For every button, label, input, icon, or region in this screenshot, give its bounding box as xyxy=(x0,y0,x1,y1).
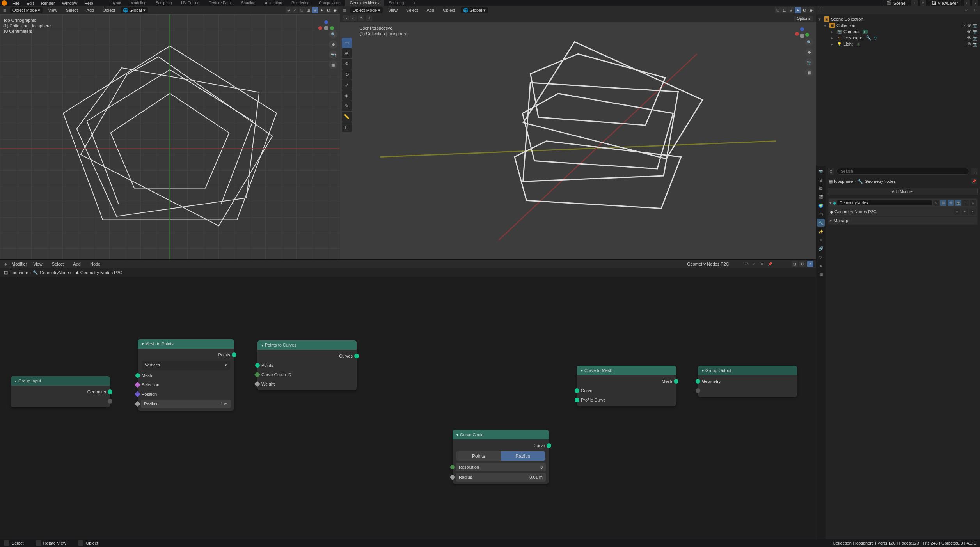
ws-uv[interactable]: UV Editing xyxy=(176,0,204,6)
tab-world[interactable]: 🌍 xyxy=(817,202,825,209)
tab-object[interactable]: ▢ xyxy=(817,210,825,218)
socket-in-curve[interactable] xyxy=(575,388,579,393)
editor-type-icon[interactable]: ▦ xyxy=(342,7,348,13)
scene-del-icon[interactable]: × xyxy=(920,0,926,6)
tab-physics[interactable]: ⚛ xyxy=(817,236,825,244)
checkbox-icon[interactable]: ☑ xyxy=(962,23,966,28)
tool-add-cube[interactable]: ◻ xyxy=(342,122,352,132)
orient-select-2[interactable]: 🌐 Global ▾ xyxy=(461,7,488,13)
node-points-to-curves[interactable]: ▾Points to Curves Curves Points Curve Gr… xyxy=(257,340,357,390)
shading-rendered-icon[interactable]: ◉ xyxy=(808,7,814,13)
viewport-left[interactable]: ▦ Object Mode ▾ View Select Add Object 🌐… xyxy=(0,6,340,259)
node-editor[interactable]: ◆ Modifier View Select Add Node Geometry… xyxy=(0,260,816,539)
shading-matprev-icon[interactable]: ◐ xyxy=(325,7,332,13)
manage-row[interactable]: ▸ Manage xyxy=(829,217,977,224)
sel-box-icon[interactable]: ▭ xyxy=(343,15,349,21)
camera-icon[interactable]: 📷 xyxy=(805,58,813,67)
nodegroup-name-field[interactable]: Geometry Nodes P2C xyxy=(687,262,742,266)
socket-in-position[interactable] xyxy=(135,391,141,397)
socket-in-selection[interactable] xyxy=(135,382,141,388)
ng-unlink-icon[interactable]: × xyxy=(759,261,765,267)
vp-add[interactable]: Add xyxy=(83,7,98,13)
socket-out-curve[interactable] xyxy=(547,443,551,448)
ng-pin-icon[interactable]: 📌 xyxy=(767,261,773,267)
socket-in-radius[interactable] xyxy=(135,401,141,407)
tab-material[interactable]: ● xyxy=(817,262,825,269)
pan-icon[interactable]: ✥ xyxy=(329,40,337,49)
tool-rotate[interactable]: ⟲ xyxy=(342,69,352,80)
socket-out-virtual[interactable] xyxy=(108,399,112,404)
mod-display-view-icon[interactable]: 👁 xyxy=(948,200,954,206)
vp2-add[interactable]: Add xyxy=(423,7,437,13)
render-icon[interactable]: 📷 xyxy=(972,23,978,28)
menu-edit[interactable]: Edit xyxy=(23,0,37,6)
node-canvas[interactable]: ▾Group Input Geometry ▾Mesh to Points Po… xyxy=(0,277,816,539)
chevron-down-icon[interactable]: ▾ xyxy=(829,200,832,205)
tree-collection[interactable]: ▾▣Collection☑👁📷 xyxy=(817,22,979,28)
camera-icon[interactable]: 📷 xyxy=(329,50,337,59)
tab-viewlayer[interactable]: 🖼 xyxy=(817,184,825,192)
new-icon[interactable]: + xyxy=(962,209,968,215)
eye-icon[interactable]: 👁 xyxy=(967,35,971,41)
persp-icon[interactable]: ▦ xyxy=(805,68,813,77)
modifier-name-field[interactable]: GeometryNodes xyxy=(837,200,932,205)
editor-type-icon[interactable]: ◆ xyxy=(2,261,9,267)
ws-compositing[interactable]: Compositing xyxy=(314,0,345,6)
tool-select-box[interactable]: ▭ xyxy=(342,38,352,48)
ws-shading[interactable]: Shading xyxy=(236,0,260,6)
viewlayer-field[interactable]: 🖼ViewLayer xyxy=(929,0,961,6)
ne-overlay-icon[interactable]: ⊡ xyxy=(792,261,798,267)
ne-snap-icon[interactable]: ⊙ xyxy=(799,261,806,267)
socket-out-points[interactable] xyxy=(232,352,236,357)
props-search-input[interactable] xyxy=(836,168,969,175)
tree-scene-collection[interactable]: ▾▣Scene Collection xyxy=(817,16,979,22)
new-collection-icon[interactable]: + xyxy=(971,7,978,13)
pin-icon[interactable]: 📌 xyxy=(971,178,977,184)
shading-rendered-icon[interactable]: ◉ xyxy=(332,7,338,13)
ne-add[interactable]: Add xyxy=(70,261,84,267)
socket-in-resolution[interactable] xyxy=(450,465,455,469)
tab-particles[interactable]: ✨ xyxy=(817,227,825,235)
socket-in-geometry[interactable] xyxy=(696,379,700,384)
tab-render[interactable]: 📷 xyxy=(817,167,825,175)
vp2-view[interactable]: View xyxy=(385,7,401,13)
render-icon[interactable]: 📷 xyxy=(972,29,978,34)
socket-out-geometry[interactable] xyxy=(108,389,112,394)
mode-select[interactable]: Object Mode ▾ xyxy=(10,7,43,13)
toggle-radius[interactable]: Radius xyxy=(501,451,545,461)
eye-icon[interactable]: 👁 xyxy=(967,29,971,34)
mod-extra-icon[interactable]: ⋮ xyxy=(962,200,969,206)
ne-modifier-select[interactable]: Modifier xyxy=(12,262,27,266)
editor-type-icon[interactable]: ⚙ xyxy=(828,168,834,175)
tab-scene[interactable]: 🎬 xyxy=(817,193,825,201)
nodegroup-name[interactable]: Geometry Nodes P2C xyxy=(834,209,952,214)
xray-icon[interactable]: ◫ xyxy=(781,7,788,13)
sel-lasso-icon[interactable]: ◠ xyxy=(358,15,364,21)
vp-object[interactable]: Object xyxy=(99,7,118,13)
socket-in-groupid[interactable] xyxy=(254,372,261,378)
eye-icon[interactable]: 👁 xyxy=(967,23,971,28)
vp2-object[interactable]: Object xyxy=(440,7,458,13)
render-icon[interactable]: 📷 xyxy=(972,35,978,41)
scene-add-icon[interactable]: + xyxy=(911,0,918,6)
persp-icon[interactable]: ▦ xyxy=(329,60,337,69)
vp-select[interactable]: Select xyxy=(63,7,81,13)
socket-out-curves[interactable] xyxy=(354,354,359,358)
socket-in-virtual[interactable] xyxy=(696,388,700,393)
tree-light[interactable]: ▸💡Light☀👁📷 xyxy=(817,41,979,47)
node-group-output[interactable]: ▾Group Output Geometry xyxy=(698,366,797,397)
cc-radius-field[interactable]: Radius0.01 m xyxy=(456,473,546,482)
toggle-points[interactable]: Points xyxy=(456,451,501,461)
tool-transform[interactable]: ◈ xyxy=(342,90,352,101)
fake-user-icon[interactable]: ○ xyxy=(954,209,960,215)
add-modifier-button[interactable]: Add Modifier xyxy=(828,188,978,195)
bc-obj-label[interactable]: Icosphere xyxy=(834,179,853,184)
ne-view[interactable]: View xyxy=(30,261,46,267)
viewlayer-del-icon[interactable]: × xyxy=(972,0,978,6)
socket-in-mesh[interactable] xyxy=(135,373,140,378)
tab-texture[interactable]: ▦ xyxy=(817,270,825,278)
shading-matprev-icon[interactable]: ◐ xyxy=(801,7,808,13)
editor-type-icon[interactable]: ▦ xyxy=(2,7,8,13)
shading-wire-icon[interactable]: ⊞ xyxy=(788,7,794,13)
ws-animation[interactable]: Animation xyxy=(260,0,287,6)
